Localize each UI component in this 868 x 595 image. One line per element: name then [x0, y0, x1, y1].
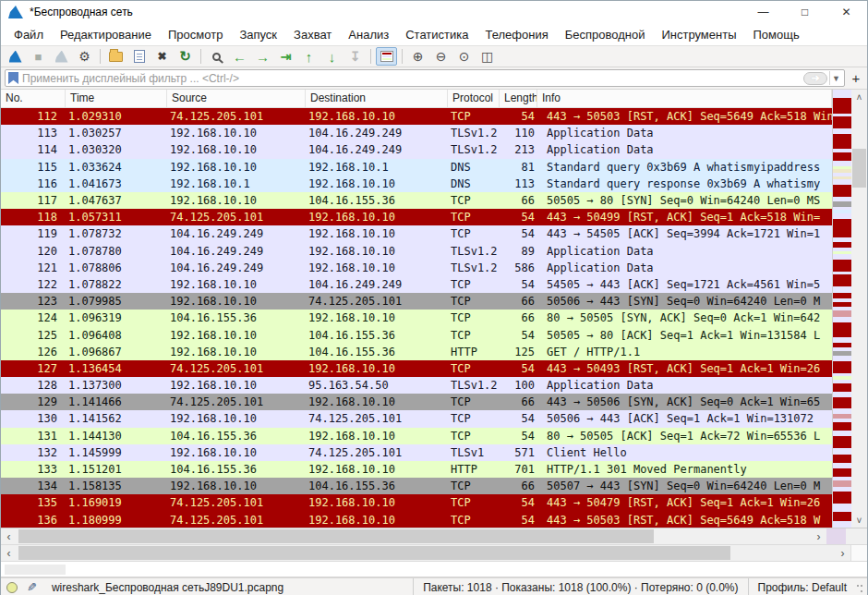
display-filter-field[interactable]: ➔ ▼ [5, 69, 845, 87]
cell-source: 74.125.205.101 [167, 496, 306, 509]
cell-info: Client Hello [537, 446, 832, 459]
menu-item-статистика[interactable]: Статистика [398, 25, 476, 44]
column-header-source[interactable]: Source [167, 90, 306, 107]
packet-row-113[interactable]: 1131.030257192.168.10.10104.16.249.249TL… [1, 125, 832, 141]
packet-row-123[interactable]: 1231.079985192.168.10.1074.125.205.101TC… [1, 293, 832, 310]
go-forward-button[interactable]: → [252, 47, 273, 66]
vertical-scrollbar[interactable]: ˄ ˅ [851, 90, 867, 528]
apply-filter-button[interactable]: ➔ [803, 72, 827, 85]
colorize-button[interactable] [376, 47, 397, 66]
menu-item-запуск[interactable]: Запуск [232, 25, 284, 44]
menu-item-файл[interactable]: Файл [6, 25, 51, 44]
packet-row-121[interactable]: 1211.078806104.16.249.249192.168.10.10TL… [1, 260, 832, 276]
collapsed-pane-handle[interactable] [5, 565, 66, 575]
horizontal-scrollbar-list[interactable]: ‹ › [1, 528, 867, 545]
go-last-packet-button[interactable]: ↓ [321, 47, 343, 66]
horizontal-scroll-thumb2[interactable] [18, 546, 730, 560]
restart-capture-button[interactable] [51, 47, 72, 66]
menu-item-просмотр[interactable]: Просмотр [161, 25, 230, 44]
packet-row-115[interactable]: 1151.033624192.168.10.10192.168.10.1DNS8… [1, 159, 832, 176]
packet-row-130[interactable]: 1301.141562192.168.10.1074.125.205.101TC… [1, 410, 832, 427]
reload-file-button[interactable]: ↻ [175, 47, 196, 66]
horizontal-scrollbar-secondary[interactable]: ‹ › [1, 545, 867, 562]
horizontal-scroll-thumb[interactable] [18, 529, 654, 543]
add-filter-button-button[interactable]: + [849, 70, 863, 87]
cell-no: 113 [1, 127, 66, 140]
packet-row-133[interactable]: 1331.151201104.16.155.36192.168.10.10HTT… [1, 461, 832, 478]
scroll-up-arrow-icon[interactable]: ˄ [851, 90, 867, 104]
packet-row-114[interactable]: 1141.030320192.168.10.10104.16.249.249TL… [1, 141, 832, 158]
find-packet-icon [212, 53, 221, 61]
packet-row-112[interactable]: 1121.02931074.125.205.101192.168.10.10TC… [1, 108, 832, 125]
minimap-stripe [833, 492, 851, 504]
packet-row-116[interactable]: 1161.041673192.168.10.1192.168.10.10DNS1… [1, 176, 832, 192]
auto-scroll-button[interactable]: ↧ [344, 47, 366, 66]
packet-row-136[interactable]: 1361.18099974.125.205.101192.168.10.10TC… [1, 512, 832, 528]
vertical-scroll-track[interactable] [851, 104, 867, 513]
packet-row-134[interactable]: 1341.158135192.168.10.10104.16.155.36TCP… [1, 478, 832, 494]
column-header-time[interactable]: Time [66, 90, 167, 107]
display-filter-input[interactable] [22, 72, 803, 85]
menu-item-помощь[interactable]: Помощь [746, 25, 807, 44]
maximize-button[interactable]: □ [784, 1, 826, 23]
menu-item-инструменты[interactable]: Инструменты [654, 25, 743, 44]
save-file-button[interactable] [128, 47, 150, 66]
go-back-button[interactable]: ← [229, 47, 250, 66]
packet-row-127[interactable]: 1271.13645474.125.205.101192.168.10.10TC… [1, 360, 832, 377]
close-file-button[interactable]: ✖ [151, 47, 173, 66]
zoom-in-button[interactable]: ⊕ [407, 47, 428, 66]
go-first-packet-button[interactable]: ↑ [298, 47, 319, 66]
packet-row-125[interactable]: 1251.096408192.168.10.10104.16.155.36TCP… [1, 326, 832, 343]
minimize-button[interactable]: — [742, 1, 784, 23]
start-capture-button[interactable] [5, 47, 26, 66]
column-header-protocol[interactable]: Protocol [448, 90, 500, 107]
packet-row-132[interactable]: 1321.145999192.168.10.1074.125.205.101TL… [1, 444, 832, 461]
filter-bookmark-icon[interactable] [8, 72, 18, 84]
capture-options-button[interactable]: ⚙ [74, 47, 95, 66]
packet-row-124[interactable]: 1241.096319104.16.155.36192.168.10.10TCP… [1, 310, 832, 326]
menu-item-телефония[interactable]: Телефония [477, 25, 555, 44]
packet-row-135[interactable]: 1351.16901974.125.205.101192.168.10.10TC… [1, 494, 832, 511]
scroll-right-arrow2-icon[interactable]: › [835, 545, 850, 561]
column-header-destination[interactable]: Destination [306, 90, 448, 107]
intelligent-scrollbar-minimap[interactable] [832, 90, 851, 528]
scroll-down-arrow-icon[interactable]: ˅ [851, 513, 867, 528]
cell-time: 1.096408 [66, 329, 167, 342]
find-packet-button[interactable] [206, 47, 227, 66]
column-header-length[interactable]: Length [500, 90, 537, 107]
expert-info-icon[interactable] [6, 582, 18, 593]
zoom-out-button[interactable]: ⊖ [430, 47, 452, 66]
vertical-scroll-thumb[interactable] [852, 149, 866, 188]
packet-row-120[interactable]: 1201.078780104.16.249.249192.168.10.10TL… [1, 243, 832, 260]
open-file-button[interactable] [105, 47, 127, 66]
capture-comment-icon[interactable]: ✎ [27, 580, 37, 594]
zoom-normal-button[interactable]: ⊙ [453, 47, 475, 66]
scroll-left-arrow2-icon[interactable]: ‹ [1, 545, 17, 561]
profile-selector[interactable]: Профиль: Default [749, 578, 855, 595]
packet-row-128[interactable]: 1281.137300192.168.10.1095.163.54.50TLSv… [1, 377, 832, 394]
packet-row-131[interactable]: 1311.144130104.16.155.36192.168.10.10TCP… [1, 428, 832, 444]
resize-grip[interactable] [854, 582, 863, 593]
stop-capture-button[interactable]: ■ [28, 47, 49, 66]
scroll-right-arrow-icon[interactable]: › [811, 528, 826, 544]
horizontal-scroll-track[interactable] [17, 528, 811, 544]
packet-row-122[interactable]: 1221.078822192.168.10.10104.16.249.249TC… [1, 276, 832, 293]
packet-row-118[interactable]: 1181.05731174.125.205.101192.168.10.10TC… [1, 209, 832, 225]
menu-item-редактирование[interactable]: Редактирование [53, 25, 159, 44]
go-to-packet-button[interactable]: ⇥ [275, 47, 296, 66]
packet-row-117[interactable]: 1171.047637192.168.10.10104.16.155.36TCP… [1, 192, 832, 209]
horizontal-scroll-track2[interactable] [17, 545, 835, 561]
packet-row-119[interactable]: 1191.078732104.16.249.249192.168.10.10TC… [1, 225, 832, 242]
cell-length: 54 [500, 329, 537, 342]
column-header-info[interactable]: Info [537, 90, 832, 107]
filter-dropdown-caret-icon[interactable]: ▼ [829, 71, 842, 85]
menu-item-анализ[interactable]: Анализ [341, 25, 396, 44]
packet-row-126[interactable]: 1261.096867192.168.10.10104.16.155.36HTT… [1, 344, 832, 360]
menu-item-захват[interactable]: Захват [286, 25, 339, 44]
packet-row-129[interactable]: 1291.14146674.125.205.101192.168.10.10TC… [1, 394, 832, 410]
close-button[interactable]: ✕ [826, 1, 867, 23]
resize-columns-button[interactable]: ◫ [476, 47, 498, 66]
menu-item-беспроводной[interactable]: Беспроводной [558, 25, 653, 44]
scroll-left-arrow-icon[interactable]: ‹ [1, 528, 17, 544]
column-header-no[interactable]: No. [1, 90, 66, 107]
